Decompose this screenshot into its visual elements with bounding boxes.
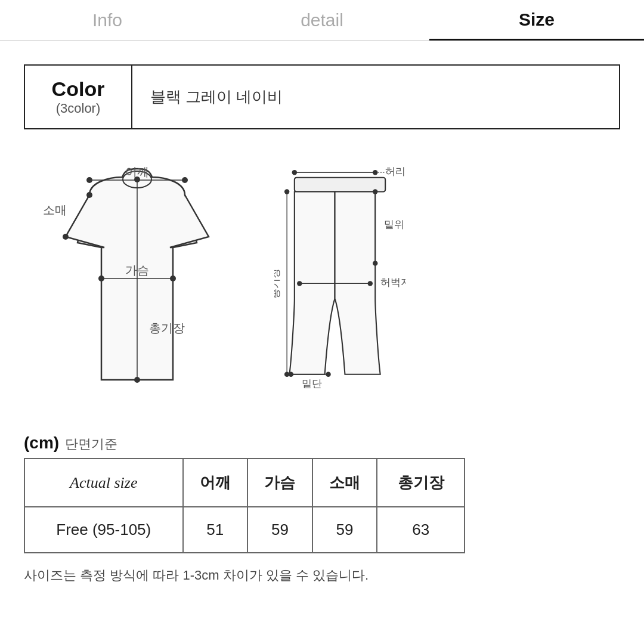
svg-text:총기장: 총기장: [149, 321, 185, 335]
tab-detail[interactable]: detail: [215, 0, 429, 40]
size-length: 63: [377, 507, 465, 553]
color-label-box: Color (3color): [25, 66, 132, 128]
size-sleeve: 59: [312, 507, 377, 553]
svg-point-32: [284, 189, 289, 194]
svg-point-10: [134, 177, 140, 182]
svg-text:밑단: 밑단: [302, 378, 322, 389]
svg-point-19: [292, 170, 297, 175]
tshirt-diagram: 어깨 가슴 총기장 소매: [36, 147, 239, 410]
svg-text:허벅지: 허벅지: [380, 277, 405, 288]
svg-point-3: [182, 177, 188, 183]
size-label: Free (95-105): [24, 507, 183, 553]
size-table: Actual size 어깨 가슴 소매 총기장 Free (95-105) 5…: [24, 458, 465, 553]
tab-bar: Info detail Size: [0, 0, 644, 41]
svg-rect-17: [295, 178, 385, 192]
svg-point-2: [86, 177, 92, 183]
svg-point-29: [368, 281, 373, 286]
size-unit: (cm) 단면기준: [24, 434, 620, 453]
size-chest: 59: [247, 507, 312, 553]
tab-info[interactable]: Info: [0, 0, 215, 40]
table-header-chest: 가슴: [247, 459, 312, 507]
svg-point-6: [98, 275, 104, 281]
svg-point-25: [373, 261, 377, 265]
color-subtitle: (3color): [56, 101, 101, 116]
table-header-length: 총기장: [377, 459, 465, 507]
svg-text:소매: 소매: [43, 203, 67, 216]
diagram-section: 어깨 가슴 총기장 소매: [24, 141, 620, 416]
svg-point-28: [297, 281, 302, 286]
svg-text:밑위: 밑위: [384, 219, 404, 230]
svg-text:어깨: 어깨: [125, 165, 149, 178]
unit-cm: (cm): [24, 434, 59, 453]
svg-point-24: [373, 189, 377, 194]
color-values: 블랙 그레이 네이비: [132, 66, 301, 128]
tab-size[interactable]: Size: [429, 1, 644, 41]
svg-point-37: [326, 372, 330, 377]
disclaimer: 사이즈는 측정 방식에 따라 1-3cm 차이가 있을 수 있습니다.: [24, 566, 620, 584]
svg-text:총기장: 총기장: [274, 268, 281, 299]
svg-text:허리: 허리: [385, 166, 405, 177]
pants-diagram: 허리 밑위 허벅지 총기장: [274, 147, 405, 410]
size-shoulder: 51: [183, 507, 248, 553]
svg-point-14: [86, 192, 92, 198]
table-header-shoulder: 어깨: [183, 459, 248, 507]
svg-point-7: [170, 275, 176, 281]
color-title: Color: [52, 78, 105, 101]
table-row: Free (95-105) 51 59 59 63: [24, 507, 465, 553]
unit-note: 단면기준: [65, 435, 117, 453]
table-header-size: Actual size: [24, 459, 183, 507]
table-header-sleeve: 소매: [312, 459, 377, 507]
color-section: Color (3color) 블랙 그레이 네이비: [24, 64, 620, 129]
svg-point-15: [63, 234, 69, 240]
svg-point-11: [134, 377, 140, 383]
svg-point-36: [289, 372, 293, 377]
main-content: Color (3color) 블랙 그레이 네이비: [0, 64, 644, 584]
